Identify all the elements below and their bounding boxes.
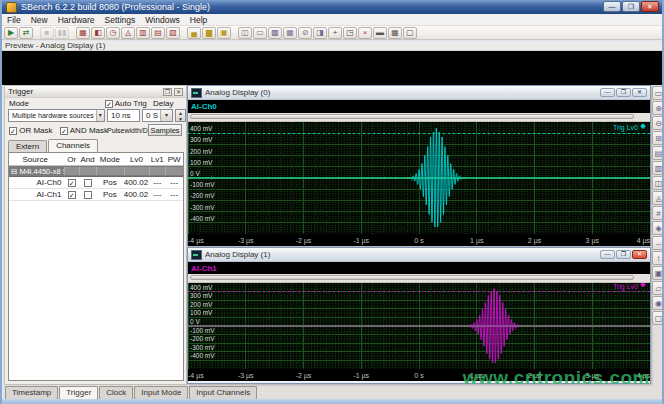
horizontal-scrollbar[interactable] (188, 274, 650, 283)
transfer-loop-icon[interactable]: ⇄ (19, 27, 33, 39)
analog-display-icon[interactable]: ▭ (253, 27, 267, 39)
window-bottom-border (2, 399, 662, 404)
display-maximize-button[interactable]: ❐ (616, 88, 631, 97)
tab-channels[interactable]: Channels (48, 139, 98, 152)
clock-settings-icon[interactable]: ◷ (106, 27, 120, 39)
delay-spinner[interactable]: ▲▼ (175, 109, 186, 122)
zoom-in-icon[interactable]: ⊕ (652, 101, 664, 115)
disable-display-icon[interactable]: ⊘ (298, 27, 312, 39)
waveform-plot[interactable]: Trig Lv0400 mV300 mV200 mV100 mV0 V-100 … (188, 283, 650, 369)
samples-button[interactable]: Samples (148, 124, 182, 136)
display-title-bar[interactable]: Analog Display (0) — ❐ ✕ (188, 86, 650, 100)
memory-settings-icon[interactable]: ▤ (151, 27, 165, 39)
bottom-tab-input-channels[interactable]: Input Channels (189, 386, 257, 400)
close-display-icon[interactable]: × (358, 27, 372, 39)
edit-display-icon[interactable]: ◨ (313, 27, 327, 39)
table-row[interactable]: AI-Ch0 ✓ Pos 400.02... --- --- (9, 177, 183, 189)
panel-float-button[interactable]: ❐ (163, 88, 172, 96)
menu-item-new[interactable]: New (26, 15, 53, 25)
dot-display-icon[interactable]: ◉ (652, 296, 664, 310)
x-tick-label: -1 µs (353, 237, 369, 244)
and-checkbox[interactable] (84, 179, 92, 187)
pan-vertical-icon[interactable]: ↕ (652, 251, 664, 265)
cursor-y-icon[interactable]: ◫ (652, 176, 664, 190)
title-bar[interactable]: SBench 6.2.2 build 8080 (Professional - … (2, 0, 662, 14)
workspace: Trigger ❐ ✕ Mode ✓ Auto Trig Delay Multi… (4, 85, 664, 399)
measure-icon[interactable]: # (652, 206, 664, 220)
menu-item-help[interactable]: Help (185, 15, 212, 25)
grid-toggle-icon[interactable]: ▤ (652, 146, 664, 160)
new-display-icon[interactable]: ◫ (238, 27, 252, 39)
hardware-setup-icon[interactable]: ▦ (76, 27, 90, 39)
preview-area[interactable] (2, 51, 662, 85)
save-project-icon[interactable]: ▄ (187, 27, 201, 39)
spectrum-display-icon[interactable]: ▦ (283, 27, 297, 39)
snapshot-icon[interactable]: ▣ (652, 266, 664, 280)
display-minimize-button[interactable]: — (600, 88, 615, 97)
display-close-button[interactable]: ✕ (632, 88, 647, 97)
channel-settings-icon[interactable]: ▥ (136, 27, 150, 39)
delay-value-select[interactable]: 0 S ▾ (142, 109, 173, 122)
close-button[interactable]: ✕ (641, 1, 659, 12)
bottom-tab-input-mode[interactable]: Input Mode (134, 386, 188, 400)
chevron-down-icon[interactable]: ▾ (96, 110, 104, 121)
minimize-button[interactable]: — (603, 1, 621, 12)
table-group-row[interactable]: ⊟ M4i.4450-x8 S... (9, 166, 183, 177)
scrollbar-thumb[interactable] (190, 275, 634, 280)
zoom-full-icon[interactable]: ⊞ (652, 131, 664, 145)
or-checkbox[interactable]: ✓ (68, 179, 76, 187)
skew-icon[interactable]: ▱ (652, 281, 664, 295)
bottom-tab-timestamp[interactable]: Timestamp (5, 386, 58, 400)
menu-item-file[interactable]: File (2, 15, 26, 25)
select-tool-icon[interactable]: ▭ (652, 86, 664, 100)
bottom-tab-clock[interactable]: Clock (99, 386, 133, 400)
or-mask-checkbox[interactable]: ✓ (9, 127, 17, 135)
acquisition-settings-icon[interactable]: ▧ (166, 27, 180, 39)
stop-icon[interactable]: ■ (40, 27, 54, 39)
display-minimize-button[interactable]: — (600, 250, 615, 259)
zoom-out-icon[interactable]: ⊖ (652, 116, 664, 130)
digital-display-icon[interactable]: ▩ (268, 27, 282, 39)
display-maximize-button[interactable]: ❐ (616, 250, 631, 259)
and-checkbox[interactable] (84, 191, 92, 199)
pan-horizontal-icon[interactable]: ↔ (652, 236, 664, 250)
menu-item-windows[interactable]: Windows (140, 15, 184, 25)
pause-icon[interactable]: ▮▮ (55, 27, 69, 39)
diamond-marker-icon[interactable]: ◈ (652, 221, 664, 235)
grid-view-icon[interactable]: ▦ (388, 27, 402, 39)
table-row[interactable]: AI-Ch1 ✓ Pos 400.02... --- --- (9, 189, 183, 201)
or-checkbox[interactable]: ✓ (68, 191, 76, 199)
table-view-icon[interactable]: ▬ (373, 27, 387, 39)
panel-close-button[interactable]: ✕ (174, 88, 183, 96)
frame-icon[interactable]: ▢ (652, 311, 664, 325)
horizontal-scrollbar[interactable] (188, 113, 650, 122)
trigger-settings-icon[interactable]: ◬ (121, 27, 135, 39)
display-close-button[interactable]: ✕ (632, 250, 647, 259)
trigger-panel-header[interactable]: Trigger ❐ ✕ (5, 86, 186, 98)
delay-step-field[interactable]: 10 ns (107, 109, 140, 122)
cursor-x-icon[interactable]: ▥ (652, 161, 664, 175)
x-tick-label: 2 µs (528, 372, 541, 379)
window-layout-icon[interactable]: ▢ (403, 27, 417, 39)
display-title-bar[interactable]: Analog Display (1) — ❐ ✕ (188, 248, 650, 262)
maximize-button[interactable]: ❐ (622, 1, 640, 12)
copy-display-icon[interactable]: ◳ (343, 27, 357, 39)
chevron-down-icon[interactable]: ▾ (160, 110, 172, 121)
trigger-mode-select[interactable]: Multiple hardware sources with AND/OR ▾ (8, 109, 105, 122)
x-tick-label: -3 µs (238, 372, 254, 379)
save-data-icon[interactable]: ▆ (202, 27, 216, 39)
auto-trig-checkbox[interactable]: ✓ (105, 100, 113, 108)
group-expander-icon[interactable]: ⊟ (11, 167, 17, 176)
menu-item-hardware[interactable]: Hardware (53, 15, 100, 25)
start-acquisition-icon[interactable]: ▶ (4, 27, 18, 39)
input-mode-icon[interactable]: ◧ (91, 27, 105, 39)
add-channel-icon[interactable]: + (328, 27, 342, 39)
tab-extern[interactable]: Extern (8, 140, 47, 152)
waveform-plot[interactable]: Trig Lv0400 mV300 mV200 mV100 mV0 V-100 … (188, 122, 650, 234)
marker-icon[interactable]: ◬ (652, 191, 664, 205)
scrollbar-thumb[interactable] (190, 114, 634, 119)
export-data-icon[interactable]: ▣ (217, 27, 231, 39)
bottom-tab-trigger[interactable]: Trigger (59, 386, 98, 400)
menu-item-settings[interactable]: Settings (100, 15, 141, 25)
and-mask-checkbox[interactable]: ✓ (60, 127, 68, 135)
